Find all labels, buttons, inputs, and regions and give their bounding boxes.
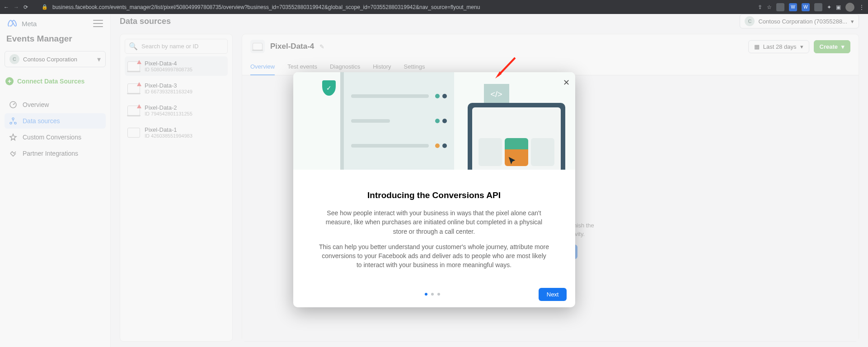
modal-hero-illustration: ✕ ✓ </>: [293, 72, 575, 170]
page-dot[interactable]: [437, 293, 440, 296]
modal-paragraph: See how people interact with your busine…: [319, 208, 550, 236]
page-dot[interactable]: [431, 293, 434, 296]
back-icon[interactable]: ←: [4, 4, 9, 10]
browser-chrome: ← → ⟳ 🔒 business.facebook.com/events_man…: [0, 0, 868, 14]
reload-icon[interactable]: ⟳: [23, 4, 28, 10]
profile-avatar[interactable]: [845, 3, 854, 12]
extension-icon[interactable]: W: [789, 3, 797, 11]
extension-icon[interactable]: [776, 3, 784, 11]
star-icon[interactable]: ☆: [767, 4, 772, 10]
modal-title: Introducing the Conversions API: [319, 190, 550, 200]
shield-icon: ✓: [322, 80, 336, 96]
next-button[interactable]: Next: [539, 288, 567, 301]
close-icon[interactable]: ✕: [563, 78, 570, 88]
code-icon: </>: [484, 84, 509, 105]
extension-icon[interactable]: W: [802, 3, 810, 11]
extension-icon[interactable]: [814, 3, 822, 11]
lock-icon: 🔒: [42, 4, 48, 10]
modal-paragraph: This can help you better understand your…: [319, 242, 550, 270]
panel-icon[interactable]: ▣: [836, 4, 841, 10]
page-dot[interactable]: [425, 293, 427, 296]
pagination-dots: [425, 293, 440, 296]
forward-icon[interactable]: →: [14, 4, 19, 10]
kebab-menu-icon[interactable]: ⋮: [859, 4, 864, 10]
extensions-icon[interactable]: ✦: [827, 4, 831, 10]
cursor-icon: [507, 156, 517, 166]
intro-modal: ✕ ✓ </> Introducing the Conversions API …: [293, 72, 575, 307]
address-bar-url[interactable]: business.facebook.com/events_manager2/li…: [52, 4, 480, 10]
share-icon[interactable]: ⇪: [758, 4, 762, 10]
